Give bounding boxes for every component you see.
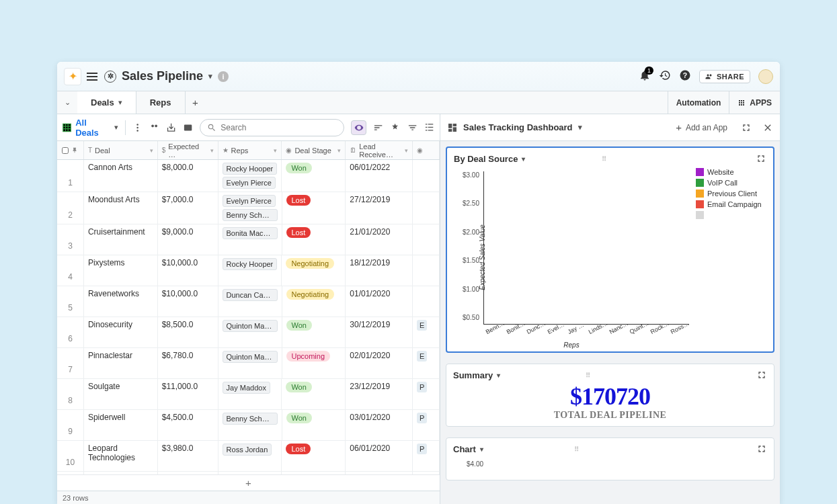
cell-expected[interactable]: $9,000.0 (158, 224, 218, 255)
cell-lead[interactable]: 30/12/2019 (346, 317, 413, 347)
cell-expected[interactable]: $6,780.0 (158, 348, 218, 378)
column-lead[interactable]: 🗓Lead Receive…▾ (346, 141, 413, 159)
view-toggle-button[interactable] (351, 120, 366, 135)
rep-chip[interactable]: Evelyn Pierce (223, 195, 276, 207)
cell-stage[interactable]: Negotiating (282, 255, 346, 286)
rep-chip[interactable]: Quinton Marti… (223, 320, 278, 332)
cell-expected[interactable]: $10,000.0 (158, 255, 218, 286)
cell-deal[interactable]: Cruisertainment (84, 224, 158, 255)
dashboard-title[interactable]: Sales Tracking Dashboard (463, 122, 573, 132)
expand-icon[interactable] (756, 153, 766, 164)
rep-chip[interactable]: Jay Maddox (223, 382, 270, 394)
cell-deal[interactable]: Dinosecurity (84, 317, 158, 347)
cell-deal[interactable]: Spiderwell (84, 410, 158, 440)
cell-deal[interactable]: Pinnaclestar (84, 348, 158, 378)
tab-reps[interactable]: Reps (136, 91, 186, 114)
filter-icon[interactable] (407, 122, 417, 133)
cell-lead[interactable]: 23/12/2019 (346, 379, 413, 409)
cell-stage[interactable]: Won (282, 379, 346, 409)
chevron-down-icon[interactable]: ▾ (497, 372, 500, 379)
cell-deal[interactable]: Leopard Technologies (84, 441, 158, 471)
cell-expected[interactable]: $8,000.0 (158, 160, 218, 192)
export-icon[interactable] (166, 122, 176, 133)
close-icon[interactable] (762, 122, 773, 133)
app-logo[interactable]: ✦ (64, 68, 81, 85)
info-icon[interactable]: i (218, 71, 229, 82)
cell-reps[interactable]: Ross Jordan (218, 441, 282, 471)
menu-icon[interactable] (87, 73, 97, 81)
rep-chip[interactable]: Evelyn Pierce (223, 177, 276, 189)
cell-deal[interactable]: Cannon Arts (84, 160, 158, 192)
drag-handle-icon[interactable]: ⠿ (574, 446, 579, 453)
table-row[interactable]: 10Leopard Technologies$3,980.0Ross Jorda… (57, 441, 440, 472)
cell-deal[interactable]: Pixystems (84, 255, 158, 286)
user-avatar[interactable] (758, 69, 773, 84)
cell-stage[interactable]: Won (282, 317, 346, 347)
rep-chip[interactable]: Benny Schwartz (223, 413, 278, 425)
cell-deal[interactable]: Soulgate (84, 379, 158, 409)
cell-reps[interactable]: Bonita Macdo… (218, 224, 282, 255)
highlight-icon[interactable] (390, 122, 400, 133)
summary-title[interactable]: Summary (453, 370, 493, 380)
cell-expected[interactable]: $10,000.0 (158, 286, 218, 317)
automation-button[interactable]: Automation (668, 91, 729, 114)
cell-lead[interactable]: 21/01/2020 (346, 224, 413, 255)
cell-reps[interactable]: Benny Schwartz (218, 410, 282, 440)
column-stage[interactable]: ◉Deal Stage▾ (282, 141, 346, 159)
drag-handle-icon[interactable]: ⠿ (586, 372, 590, 379)
card-view-icon[interactable] (183, 122, 193, 133)
cell-extra[interactable]: E (413, 348, 440, 378)
table-row[interactable]: 1Cannon Arts$8,000.0Rocky HooperEvelyn P… (57, 160, 440, 192)
column-deal[interactable]: TDeal▾ (84, 141, 158, 159)
doc-title[interactable]: Sales Pipeline (122, 69, 203, 83)
cell-stage[interactable]: Won (282, 160, 346, 192)
cell-extra[interactable] (413, 192, 440, 224)
table-row[interactable]: 2Moondust Arts$7,000.0Evelyn PierceBenny… (57, 192, 440, 224)
tab-nav-button[interactable]: ⌄ (57, 98, 77, 107)
cell-lead[interactable]: 06/01/2020 (346, 441, 413, 471)
chevron-down-icon[interactable]: ▾ (208, 72, 212, 81)
cell-lead[interactable]: 06/01/2022 (346, 160, 413, 192)
cell-extra[interactable]: P (413, 410, 440, 440)
cell-lead[interactable]: 02/01/2020 (346, 348, 413, 378)
apps-button[interactable]: APPS (729, 91, 780, 114)
rep-chip[interactable]: Bonita Macdo… (223, 227, 278, 239)
rep-chip[interactable]: Rocky Hooper (223, 163, 278, 175)
column-reps[interactable]: ★Reps▾ (218, 141, 282, 159)
column-expected[interactable]: $Expected …▾ (158, 141, 218, 159)
help-button[interactable]: ? (679, 69, 691, 83)
cell-stage[interactable]: Won (282, 410, 346, 440)
table-row[interactable]: 5Ravenetworks$10,000.0Duncan CastroNegot… (57, 286, 440, 317)
cell-extra[interactable]: E (413, 317, 440, 347)
settings-icon[interactable] (424, 122, 434, 133)
cell-extra[interactable] (413, 224, 440, 255)
chevron-down-icon[interactable]: ▾ (118, 98, 122, 107)
cell-reps[interactable]: Rocky HooperEvelyn Pierce (218, 160, 282, 192)
table-row[interactable]: 3Cruisertainment$9,000.0Bonita Macdo…Los… (57, 224, 440, 255)
cell-reps[interactable]: Rocky Hooper (218, 255, 282, 286)
notifications-button[interactable]: 1 (639, 69, 651, 83)
share-button[interactable]: SHARE (699, 70, 750, 83)
cell-expected[interactable]: $3,980.0 (158, 441, 218, 471)
sort-icon[interactable] (373, 122, 383, 133)
column-extra[interactable]: ◉ (413, 141, 440, 159)
add-tab-button[interactable]: + (186, 97, 206, 108)
chart-title[interactable]: By Deal Source (454, 154, 518, 164)
table-row[interactable]: 9Spiderwell$4,500.0Benny SchwartzWon03/0… (57, 410, 440, 441)
cell-reps[interactable]: Quinton Marti… (218, 348, 282, 378)
cell-reps[interactable]: Duncan Castro (218, 286, 282, 317)
chevron-down-icon[interactable]: ▾ (522, 155, 525, 163)
table-row[interactable]: 8Soulgate$11,000.0Jay MaddoxWon23/12/201… (57, 379, 440, 410)
drag-handle-icon[interactable]: ⠿ (602, 155, 606, 163)
people-icon[interactable] (149, 122, 159, 133)
cell-stage[interactable]: Lost (282, 192, 346, 224)
cell-lead[interactable]: 18/12/2019 (346, 255, 413, 286)
add-app-button[interactable]: + Add an App (676, 122, 727, 133)
rep-chip[interactable]: Ross Jordan (223, 444, 272, 456)
cell-deal[interactable]: Moondust Arts (84, 192, 158, 224)
expand-icon[interactable] (756, 370, 767, 380)
chevron-down-icon[interactable]: ▾ (578, 123, 582, 132)
search-input[interactable] (200, 119, 344, 136)
cell-lead[interactable]: 01/01/2020 (346, 286, 413, 317)
cell-reps[interactable]: Jay Maddox (218, 379, 282, 409)
